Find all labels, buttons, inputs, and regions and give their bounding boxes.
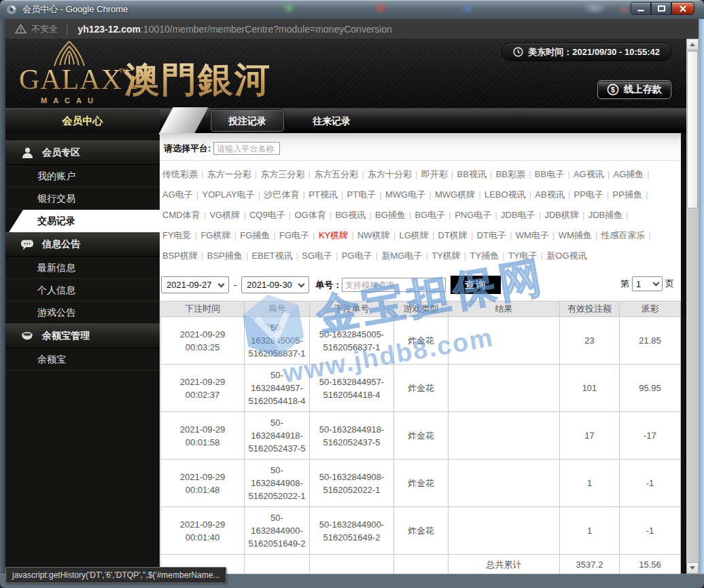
platform-link[interactable]: BB电子 — [535, 169, 574, 179]
platform-link[interactable]: SG电子 — [302, 251, 342, 261]
platform-link[interactable]: BB视讯 — [457, 169, 496, 179]
platform-link[interactable]: PP电子 — [574, 189, 612, 200]
sidebar-section-yuebao-management[interactable]: 余额宝管理 — [5, 324, 160, 348]
platform-link[interactable]: 新OG视讯 — [546, 251, 586, 261]
cell-payout: -1 — [620, 460, 681, 507]
platform-link[interactable]: 新MG电子 — [381, 251, 432, 261]
platform-link[interactable]: 东方三分彩 — [261, 169, 315, 179]
url-bar[interactable]: 不安全 │ yh123-12.com :10010/member/memberC… — [5, 19, 699, 39]
platform-link[interactable]: AB视讯 — [535, 189, 574, 200]
window-border-right — [699, 19, 704, 574]
platform-link[interactable]: BSP棋牌 — [162, 251, 207, 261]
platform-link[interactable]: FG捕鱼 — [240, 230, 279, 240]
platform-link[interactable]: WM电子 — [516, 230, 559, 240]
minimize-button[interactable] — [631, 2, 651, 15]
close-button[interactable] — [671, 2, 694, 15]
page: GALAXY TM MACAU 澳門銀河 美东时间：2021/09/30 - 1… — [5, 39, 686, 574]
platform-row: FY电竞FG棋牌FG捕鱼FG电子KY棋牌NW棋牌LG棋牌DT棋牌DT电子WM电子… — [162, 225, 678, 246]
platform-link[interactable]: PP捕鱼 — [613, 189, 652, 200]
order-number-input[interactable] — [342, 278, 446, 292]
search-button[interactable]: 查询 — [451, 276, 501, 294]
platform-link[interactable]: JDB棋牌 — [544, 210, 588, 220]
vertical-scrollbar[interactable] — [686, 39, 699, 574]
platform-link[interactable]: MWG棋牌 — [435, 189, 485, 200]
platform-link[interactable]: 即开彩 — [421, 169, 457, 179]
platform-link[interactable]: WM捕鱼 — [559, 230, 601, 240]
platform-link[interactable]: TY棋牌 — [432, 251, 470, 261]
platform-link[interactable]: 东方一分彩 — [207, 169, 261, 179]
cell-empty — [310, 555, 394, 574]
sidebar-section-info-announcements[interactable]: 信息公告 — [5, 232, 160, 257]
tab-betting-records[interactable]: 投注记录 — [211, 110, 284, 132]
platform-link[interactable]: LEBO视讯 — [485, 189, 535, 200]
platform-link[interactable]: AG电子 — [162, 189, 203, 200]
ingot-icon — [20, 331, 34, 342]
status-bar-link-preview: javascript:getHistory('DT','6','DTQP',''… — [5, 567, 226, 583]
platform-link[interactable]: BG视讯 — [335, 210, 375, 220]
date-to-select[interactable]: 2021-09-30 — [241, 276, 309, 293]
cell-round-id: 50-1632844957-5162054418-4 — [245, 365, 310, 412]
platform-link[interactable]: OG体育 — [294, 210, 335, 220]
platform-link[interactable]: 沙巴体育 — [264, 189, 309, 200]
sidebar-item-game-announcements[interactable]: 游戏公告 — [5, 301, 160, 324]
user-icon — [20, 147, 34, 159]
sidebar-item-transaction-records[interactable]: 交易记录 — [5, 210, 160, 232]
platform-link[interactable]: BG捕鱼 — [375, 210, 415, 220]
browser-window: 会员中心 - Google Chrome 不安全 │ yh123-12.com … — [0, 0, 704, 588]
platform-link[interactable]: NW棋牌 — [357, 230, 399, 240]
platform-link[interactable]: BB彩票 — [496, 169, 535, 179]
platform-link[interactable]: FG电子 — [279, 230, 319, 240]
sidebar-section-label: 余额宝管理 — [42, 330, 90, 342]
chevron-down-icon — [298, 280, 305, 287]
sidebar-section-member-zone[interactable]: 会员专区 — [5, 141, 160, 165]
platform-search-input[interactable] — [213, 142, 280, 155]
scroll-up-button[interactable] — [686, 39, 699, 50]
platform-link[interactable]: JDB电子 — [501, 210, 544, 220]
platform-link[interactable]: JDB捕鱼 — [588, 210, 632, 220]
platform-link[interactable]: PT电子 — [347, 189, 385, 200]
sidebar-item-bank-transactions[interactable]: 银行交易 — [5, 187, 160, 210]
online-deposit-button[interactable]: $ 线上存款 — [597, 80, 671, 99]
platform-link[interactable]: AG视讯 — [574, 169, 614, 179]
platform-link[interactable]: FG棋牌 — [200, 230, 240, 240]
sidebar-item-my-account[interactable]: 我的账户 — [5, 165, 160, 187]
platform-link[interactable]: BG电子 — [415, 210, 455, 220]
platform-link[interactable]: 传统彩票 — [162, 169, 207, 179]
platform-link[interactable]: 性感百家乐 — [601, 230, 655, 240]
maximize-button[interactable] — [651, 2, 671, 15]
platform-link[interactable]: EBET视讯 — [252, 251, 302, 261]
platform-link[interactable]: LG棋牌 — [399, 230, 438, 240]
date-from-select[interactable]: 2021-09-27 — [161, 276, 229, 293]
platform-link[interactable]: TY电子 — [508, 251, 546, 261]
platform-link[interactable]: CQ9电子 — [249, 210, 295, 220]
sidebar-item-personal-info[interactable]: 个人信息 — [5, 279, 160, 301]
col-header-game-type: 游戏类型 — [394, 301, 448, 317]
platform-link[interactable]: BSP捕鱼 — [207, 251, 252, 261]
scroll-down-button[interactable] — [686, 562, 699, 574]
platform-link[interactable]: PG电子 — [342, 251, 382, 261]
col-header-round-id: 局号 — [245, 301, 310, 317]
cell-game-type: 炸金花 — [394, 507, 448, 555]
security-label: 不安全 — [31, 23, 58, 35]
sidebar-item-yuebao[interactable]: 余额宝 — [5, 348, 160, 371]
page-select[interactable]: 1 — [632, 276, 663, 291]
platform-link[interactable]: YOPLAY电子 — [203, 189, 264, 200]
platform-link[interactable]: 东方十分彩 — [368, 169, 421, 179]
platform-link[interactable]: PNG电子 — [455, 210, 501, 220]
platform-link[interactable]: TY捕鱼 — [470, 251, 508, 261]
platform-link[interactable]: VG棋牌 — [209, 210, 249, 220]
platform-link[interactable]: AG捕鱼 — [613, 169, 653, 179]
platform-link[interactable]: PT视讯 — [309, 189, 347, 200]
platform-link[interactable]: MWG电子 — [385, 189, 435, 200]
platform-link-active[interactable]: KY棋牌 — [319, 230, 357, 240]
sidebar-item-latest-info[interactable]: 最新信息 — [5, 257, 160, 279]
platform-link[interactable]: 东方五分彩 — [314, 169, 368, 179]
scrollbar-thumb[interactable] — [687, 51, 698, 208]
cell-valid-bet: 17 — [560, 412, 620, 460]
tab-transfer-records[interactable]: 往来记录 — [298, 109, 366, 133]
platform-link[interactable]: FY电竞 — [162, 230, 200, 240]
platform-link[interactable]: CMD体育 — [162, 210, 209, 220]
platform-link[interactable]: DT棋牌 — [438, 230, 477, 240]
platform-link[interactable]: DT电子 — [477, 230, 516, 240]
page-prefix: 第 — [620, 278, 629, 290]
